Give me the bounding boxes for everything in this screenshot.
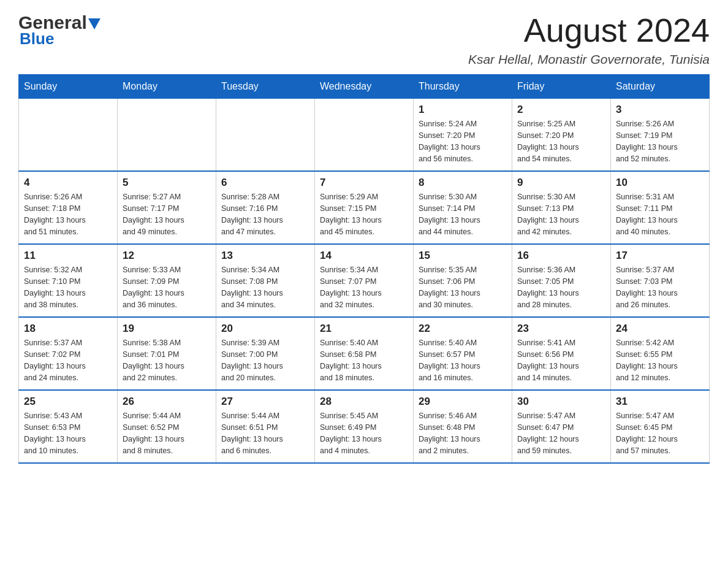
logo-area: General Blue — [18, 12, 100, 48]
calendar-cell: 27Sunrise: 5:44 AM Sunset: 6:51 PM Dayli… — [216, 390, 315, 463]
calendar-cell: 18Sunrise: 5:37 AM Sunset: 7:02 PM Dayli… — [19, 317, 118, 390]
day-number: 6 — [221, 177, 309, 189]
day-info: Sunrise: 5:47 AM Sunset: 6:45 PM Dayligh… — [616, 410, 704, 456]
calendar-cell: 19Sunrise: 5:38 AM Sunset: 7:01 PM Dayli… — [118, 317, 216, 390]
day-info: Sunrise: 5:45 AM Sunset: 6:49 PM Dayligh… — [320, 410, 408, 456]
day-info: Sunrise: 5:26 AM Sunset: 7:19 PM Dayligh… — [616, 118, 704, 164]
calendar-week-row: 4Sunrise: 5:26 AM Sunset: 7:18 PM Daylig… — [19, 171, 710, 244]
calendar-cell: 9Sunrise: 5:30 AM Sunset: 7:13 PM Daylig… — [512, 171, 611, 244]
day-info: Sunrise: 5:33 AM Sunset: 7:09 PM Dayligh… — [123, 264, 211, 310]
calendar-cell: 17Sunrise: 5:37 AM Sunset: 7:03 PM Dayli… — [611, 244, 710, 317]
day-info: Sunrise: 5:26 AM Sunset: 7:18 PM Dayligh… — [24, 191, 112, 237]
calendar-cell: 29Sunrise: 5:46 AM Sunset: 6:48 PM Dayli… — [414, 390, 512, 463]
calendar-cell: 16Sunrise: 5:36 AM Sunset: 7:05 PM Dayli… — [512, 244, 611, 317]
day-number: 31 — [616, 396, 704, 408]
svg-marker-0 — [88, 18, 100, 29]
calendar-week-row: 18Sunrise: 5:37 AM Sunset: 7:02 PM Dayli… — [19, 317, 710, 390]
day-info: Sunrise: 5:29 AM Sunset: 7:15 PM Dayligh… — [320, 191, 408, 237]
location-title: Ksar Hellal, Monastir Governorate, Tunis… — [468, 52, 710, 67]
day-number: 20 — [221, 323, 309, 335]
day-info: Sunrise: 5:37 AM Sunset: 7:03 PM Dayligh… — [616, 264, 704, 310]
calendar-cell: 31Sunrise: 5:47 AM Sunset: 6:45 PM Dayli… — [611, 390, 710, 463]
calendar-header-saturday: Saturday — [611, 75, 710, 99]
calendar-cell: 15Sunrise: 5:35 AM Sunset: 7:06 PM Dayli… — [414, 244, 512, 317]
day-info: Sunrise: 5:44 AM Sunset: 6:51 PM Dayligh… — [221, 410, 309, 456]
calendar-cell — [19, 99, 118, 172]
calendar-week-row: 25Sunrise: 5:43 AM Sunset: 6:53 PM Dayli… — [19, 390, 710, 463]
day-number: 16 — [517, 250, 605, 262]
day-info: Sunrise: 5:34 AM Sunset: 7:07 PM Dayligh… — [320, 264, 408, 310]
day-info: Sunrise: 5:39 AM Sunset: 7:00 PM Dayligh… — [221, 337, 309, 383]
day-info: Sunrise: 5:44 AM Sunset: 6:52 PM Dayligh… — [123, 410, 211, 456]
day-info: Sunrise: 5:47 AM Sunset: 6:47 PM Dayligh… — [517, 410, 605, 456]
day-info: Sunrise: 5:31 AM Sunset: 7:11 PM Dayligh… — [616, 191, 704, 237]
calendar-cell — [118, 99, 216, 172]
day-number: 15 — [419, 250, 507, 262]
calendar-cell: 2Sunrise: 5:25 AM Sunset: 7:20 PM Daylig… — [512, 99, 611, 172]
day-number: 22 — [419, 323, 507, 335]
calendar-cell: 24Sunrise: 5:42 AM Sunset: 6:55 PM Dayli… — [611, 317, 710, 390]
calendar-week-row: 11Sunrise: 5:32 AM Sunset: 7:10 PM Dayli… — [19, 244, 710, 317]
day-number: 5 — [123, 177, 211, 189]
calendar-cell — [216, 99, 315, 172]
day-number: 1 — [419, 104, 507, 116]
day-number: 8 — [419, 177, 507, 189]
calendar-cell: 30Sunrise: 5:47 AM Sunset: 6:47 PM Dayli… — [512, 390, 611, 463]
calendar-cell: 11Sunrise: 5:32 AM Sunset: 7:10 PM Dayli… — [19, 244, 118, 317]
day-number: 28 — [320, 396, 408, 408]
day-number: 3 — [616, 104, 704, 116]
day-info: Sunrise: 5:42 AM Sunset: 6:55 PM Dayligh… — [616, 337, 704, 383]
calendar-cell — [315, 99, 414, 172]
day-number: 13 — [221, 250, 309, 262]
calendar-header-sunday: Sunday — [19, 75, 118, 99]
calendar-cell: 21Sunrise: 5:40 AM Sunset: 6:58 PM Dayli… — [315, 317, 414, 390]
calendar-cell: 3Sunrise: 5:26 AM Sunset: 7:19 PM Daylig… — [611, 99, 710, 172]
day-number: 29 — [419, 396, 507, 408]
day-number: 21 — [320, 323, 408, 335]
day-number: 10 — [616, 177, 704, 189]
day-number: 24 — [616, 323, 704, 335]
day-info: Sunrise: 5:37 AM Sunset: 7:02 PM Dayligh… — [24, 337, 112, 383]
day-number: 7 — [320, 177, 408, 189]
day-info: Sunrise: 5:28 AM Sunset: 7:16 PM Dayligh… — [221, 191, 309, 237]
day-number: 11 — [24, 250, 112, 262]
calendar-week-row: 1Sunrise: 5:24 AM Sunset: 7:20 PM Daylig… — [19, 99, 710, 172]
calendar-cell: 7Sunrise: 5:29 AM Sunset: 7:15 PM Daylig… — [315, 171, 414, 244]
calendar-table: SundayMondayTuesdayWednesdayThursdayFrid… — [18, 74, 710, 464]
day-info: Sunrise: 5:43 AM Sunset: 6:53 PM Dayligh… — [24, 410, 112, 456]
calendar-cell: 28Sunrise: 5:45 AM Sunset: 6:49 PM Dayli… — [315, 390, 414, 463]
calendar-cell: 25Sunrise: 5:43 AM Sunset: 6:53 PM Dayli… — [19, 390, 118, 463]
calendar-header-monday: Monday — [118, 75, 216, 99]
logo-blue-text: Blue — [20, 29, 54, 48]
calendar-header-thursday: Thursday — [414, 75, 512, 99]
calendar-cell: 23Sunrise: 5:41 AM Sunset: 6:56 PM Dayli… — [512, 317, 611, 390]
calendar-cell: 8Sunrise: 5:30 AM Sunset: 7:14 PM Daylig… — [414, 171, 512, 244]
day-info: Sunrise: 5:38 AM Sunset: 7:01 PM Dayligh… — [123, 337, 211, 383]
calendar-header-wednesday: Wednesday — [315, 75, 414, 99]
calendar-header-row: SundayMondayTuesdayWednesdayThursdayFrid… — [19, 75, 710, 99]
day-info: Sunrise: 5:40 AM Sunset: 6:58 PM Dayligh… — [320, 337, 408, 383]
day-number: 14 — [320, 250, 408, 262]
day-number: 4 — [24, 177, 112, 189]
day-number: 26 — [123, 396, 211, 408]
day-number: 23 — [517, 323, 605, 335]
day-info: Sunrise: 5:27 AM Sunset: 7:17 PM Dayligh… — [123, 191, 211, 237]
calendar-cell: 20Sunrise: 5:39 AM Sunset: 7:00 PM Dayli… — [216, 317, 315, 390]
day-number: 2 — [517, 104, 605, 116]
day-info: Sunrise: 5:30 AM Sunset: 7:14 PM Dayligh… — [419, 191, 507, 237]
title-area: August 2024 Ksar Hellal, Monastir Govern… — [468, 12, 710, 67]
day-info: Sunrise: 5:25 AM Sunset: 7:20 PM Dayligh… — [517, 118, 605, 164]
day-number: 19 — [123, 323, 211, 335]
day-number: 27 — [221, 396, 309, 408]
calendar-cell: 14Sunrise: 5:34 AM Sunset: 7:07 PM Dayli… — [315, 244, 414, 317]
day-number: 9 — [517, 177, 605, 189]
month-title: August 2024 — [468, 12, 710, 48]
day-info: Sunrise: 5:36 AM Sunset: 7:05 PM Dayligh… — [517, 264, 605, 310]
day-info: Sunrise: 5:24 AM Sunset: 7:20 PM Dayligh… — [419, 118, 507, 164]
day-info: Sunrise: 5:46 AM Sunset: 6:48 PM Dayligh… — [419, 410, 507, 456]
day-info: Sunrise: 5:35 AM Sunset: 7:06 PM Dayligh… — [419, 264, 507, 310]
logo-triangle-icon — [88, 18, 100, 29]
calendar-cell: 5Sunrise: 5:27 AM Sunset: 7:17 PM Daylig… — [118, 171, 216, 244]
day-info: Sunrise: 5:34 AM Sunset: 7:08 PM Dayligh… — [221, 264, 309, 310]
day-info: Sunrise: 5:40 AM Sunset: 6:57 PM Dayligh… — [419, 337, 507, 383]
